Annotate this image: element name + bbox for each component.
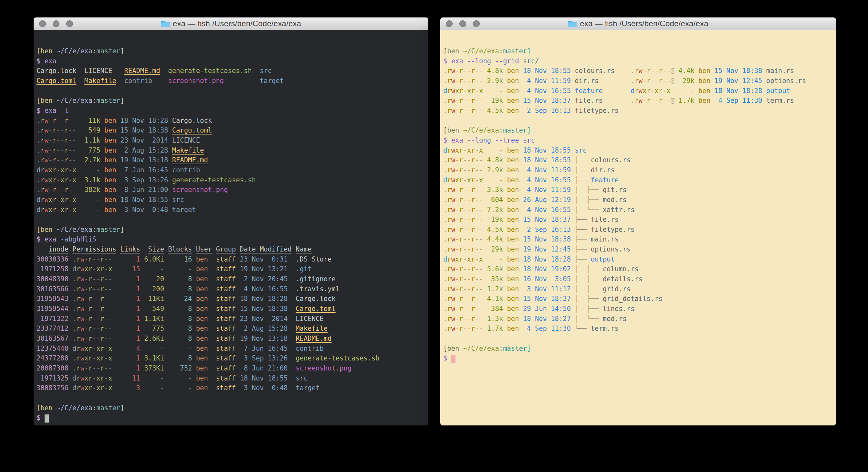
text-segment: -- bbox=[475, 186, 483, 194]
text-segment: ben bbox=[40, 226, 52, 233]
text-segment: 29k bbox=[678, 77, 694, 85]
text-segment: w bbox=[81, 354, 84, 362]
terminal-line: drwxr-xr-x - ben 18 Nov 18:55 src bbox=[36, 195, 426, 205]
text-segment: │ ├── bbox=[575, 285, 602, 293]
text-segment: ben bbox=[507, 166, 519, 174]
text-segment: 18 Nov 18:28 bbox=[240, 295, 288, 303]
text-segment: 1 bbox=[120, 305, 140, 313]
text-segment bbox=[571, 186, 575, 194]
text-segment: - bbox=[144, 374, 164, 382]
text-segment: w bbox=[81, 285, 84, 293]
text-segment: . bbox=[36, 117, 40, 124]
terminal-output[interactable]: [ben ~/C/e/exa:master]$ exa --long --gri… bbox=[440, 30, 836, 425]
text-segment: r bbox=[40, 206, 44, 214]
text-segment: 8 bbox=[168, 305, 192, 313]
text-segment: d bbox=[443, 256, 447, 263]
text-segment: r bbox=[471, 146, 475, 154]
text-segment: r bbox=[471, 156, 475, 164]
text-segment: x bbox=[479, 176, 483, 184]
close-button[interactable] bbox=[39, 20, 46, 27]
text-segment: 384 bbox=[487, 305, 503, 313]
text-segment: r bbox=[447, 166, 451, 174]
text-segment: r bbox=[88, 285, 92, 293]
text-segment bbox=[675, 97, 678, 105]
text-segment: 2 Nov 20:45 bbox=[240, 275, 288, 283]
text-segment: : bbox=[499, 345, 503, 352]
terminal-output[interactable]: [ben ~/C/e/exa:master]$ exaCargo.lock LI… bbox=[34, 30, 428, 425]
text-segment bbox=[68, 384, 72, 392]
text-segment: r bbox=[40, 126, 44, 134]
text-segment: 549 bbox=[84, 126, 100, 134]
titlebar[interactable]: exa — fish /Users/ben/Code/exa/exa bbox=[34, 18, 428, 30]
text-segment bbox=[140, 354, 144, 362]
text-segment: r bbox=[471, 256, 475, 263]
text-segment: ben bbox=[196, 256, 212, 263]
text-segment: 752 bbox=[168, 364, 192, 372]
text-segment bbox=[483, 176, 487, 184]
folder-icon bbox=[161, 20, 170, 27]
text-segment: w bbox=[44, 166, 49, 174]
zoom-button[interactable] bbox=[473, 20, 480, 27]
text-segment: r bbox=[471, 295, 475, 303]
close-button[interactable] bbox=[446, 20, 453, 27]
text-segment bbox=[164, 275, 168, 283]
text-segment: r bbox=[40, 156, 44, 164]
terminal-line: .rw-r--r-- 35k ben 16 Nov 3:05 │ ├── det… bbox=[443, 274, 833, 284]
text-segment: . bbox=[443, 226, 447, 233]
text-segment: . bbox=[443, 107, 447, 114]
text-segment: -- bbox=[475, 107, 483, 114]
text-segment: r bbox=[459, 325, 463, 332]
minimize-button[interactable] bbox=[459, 20, 466, 27]
terminal-line: drwxr-xr-x - ben 18 Nov 18:28 ├── output bbox=[443, 255, 833, 264]
text-segment: Date Modified bbox=[240, 245, 292, 253]
terminal-line: .rw-r--r-- 2.9k ben 4 Nov 11:59 dir.rs .… bbox=[443, 76, 833, 86]
text-segment: x bbox=[72, 176, 76, 184]
text-segment bbox=[710, 67, 714, 75]
text-segment: 373Ki bbox=[144, 364, 164, 372]
text-segment: -- bbox=[463, 245, 471, 253]
text-segment: r bbox=[634, 67, 638, 75]
terminal-line: .rw-r--r-- 19k ben 15 Nov 18:37 ├── file… bbox=[443, 215, 833, 225]
text-segment: [ bbox=[36, 404, 40, 412]
text-segment: screenshot.png bbox=[296, 364, 351, 372]
text-segment: -- bbox=[104, 315, 113, 323]
text-segment: - bbox=[104, 265, 108, 273]
text-segment: 35k bbox=[487, 275, 503, 283]
text-segment bbox=[571, 107, 575, 114]
text-segment: r bbox=[459, 265, 463, 273]
text-segment: r bbox=[447, 87, 451, 95]
text-segment: r bbox=[64, 137, 68, 144]
text-segment: r bbox=[100, 354, 104, 362]
text-segment: -- bbox=[475, 325, 483, 332]
text-segment bbox=[710, 97, 714, 105]
text-segment: ben bbox=[507, 265, 519, 273]
minimize-button[interactable] bbox=[53, 20, 59, 27]
terminal-line: 20087308 .rw-r--r-- 1 373Ki 752 ben staf… bbox=[36, 363, 426, 374]
text-segment: r bbox=[76, 265, 80, 273]
text-segment: -- bbox=[104, 285, 113, 293]
text-segment bbox=[503, 67, 507, 75]
text-segment: . bbox=[630, 97, 634, 105]
text-segment bbox=[76, 146, 84, 154]
text-segment bbox=[36, 245, 49, 253]
text-segment: w bbox=[44, 196, 49, 204]
titlebar[interactable]: exa — fish /Users/ben/Code/exa/exa bbox=[440, 18, 836, 30]
text-segment bbox=[483, 256, 487, 263]
text-segment: 4 Sep 11:30 bbox=[714, 97, 762, 105]
text-segment: r bbox=[52, 126, 56, 134]
text-segment: exa bbox=[44, 235, 57, 243]
terminal-line: .rw-r--r-- 4.4k ben 15 Nov 18:38 ├── mai… bbox=[443, 234, 833, 244]
text-segment: w bbox=[81, 325, 84, 332]
text-segment: r bbox=[447, 186, 451, 194]
text-segment: x bbox=[108, 345, 112, 352]
text-segment bbox=[288, 354, 296, 362]
text-segment: . bbox=[72, 295, 76, 303]
text-segment: x bbox=[467, 256, 471, 263]
text-segment: dir.rs bbox=[575, 77, 598, 85]
text-segment: -- bbox=[463, 97, 471, 105]
text-segment bbox=[212, 374, 216, 382]
text-segment bbox=[519, 226, 523, 233]
zoom-button[interactable] bbox=[66, 20, 73, 27]
text-segment: Makefile bbox=[172, 146, 204, 154]
text-segment bbox=[68, 275, 72, 283]
